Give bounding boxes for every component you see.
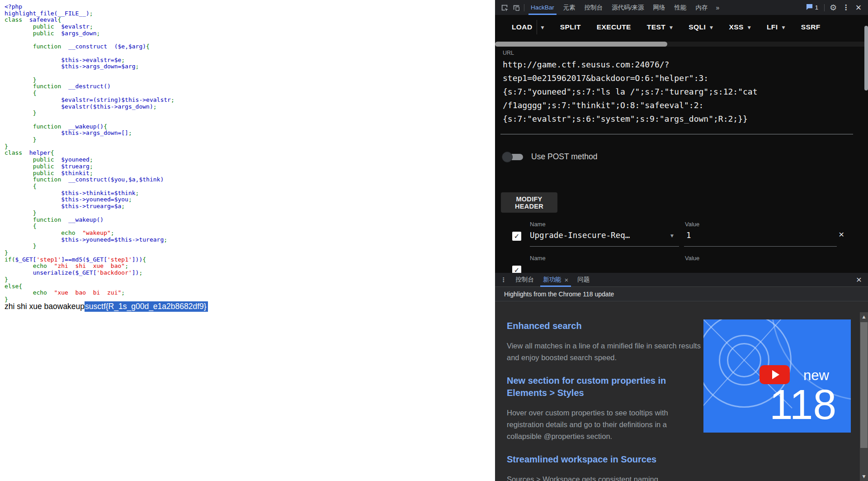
- code-line: $evalstr($this->args_down);: [5, 104, 175, 110]
- drawer-menu-icon[interactable]: ⋮: [495, 276, 511, 283]
- code-line: $this->truearg=$a;: [5, 203, 175, 210]
- code-line: public $youneed;: [5, 157, 175, 163]
- code-line: echo "zhi shi xue bao";: [5, 263, 175, 270]
- whats-new-content: Enhanced searchView all matches in a lin…: [495, 302, 860, 481]
- hackbar-vertical-scrollbar-thumb[interactable]: [864, 26, 868, 90]
- code-line: }: [5, 250, 175, 257]
- url-line: http://game.ctf.seusus.com:24076/?: [503, 58, 858, 71]
- devtools-tab-性能[interactable]: 性能: [670, 0, 691, 15]
- hackbar-menu-load-button[interactable]: LOAD▼: [512, 19, 544, 36]
- menu-label: SSRF: [801, 23, 821, 31]
- devtools-tab-源代码/来源[interactable]: 源代码/来源: [607, 0, 648, 15]
- tabbar-right-controls: 1 ⚙ ⋮ ×: [803, 2, 868, 14]
- drawer-close-icon[interactable]: ×: [856, 274, 868, 285]
- drawer-vertical-scrollbar[interactable]: ▲ ▼: [860, 312, 868, 481]
- code-line: }: [5, 110, 175, 117]
- hackbar-menu-lfi-button[interactable]: LFI▼: [767, 19, 785, 36]
- modify-header-button[interactable]: MODIFY HEADER: [501, 192, 557, 213]
- devtools-menu-icon[interactable]: ⋮: [840, 2, 852, 14]
- code-line: }: [5, 77, 175, 84]
- toggle-thumb: [502, 152, 513, 162]
- whats-new-header: Highlights from the Chrome 118 update: [495, 287, 868, 301]
- url-line: step1=0e215962017&backdoor=O:6:"helper":…: [503, 71, 858, 85]
- scrollbar-down-icon[interactable]: ▼: [860, 474, 868, 479]
- code-line: public $evalstr;: [5, 24, 175, 30]
- drawer-tab-控制台[interactable]: 控制台: [511, 273, 539, 287]
- whats-new-section-link[interactable]: New section for custom properties in Ele…: [507, 375, 703, 399]
- hackbar-menu-sqli-button[interactable]: SQLI▼: [689, 19, 713, 36]
- header-value-input[interactable]: 1: [686, 231, 691, 240]
- chevron-down-icon[interactable]: ▼: [782, 25, 785, 30]
- url-line: {s:7:"youneed";s:7:"ls la /";s:7:"turear…: [503, 85, 858, 99]
- code-line: $this->args_down=[];: [5, 130, 175, 137]
- drawer-scrollbar-thumb[interactable]: [860, 322, 868, 448]
- hackbar-menu-ssrf-button[interactable]: SSRF: [801, 19, 821, 36]
- devtools-close-icon[interactable]: ×: [853, 2, 864, 14]
- devtools-tab-内存[interactable]: 内存: [691, 0, 712, 15]
- check-icon: ✓: [514, 266, 520, 273]
- chevron-down-icon[interactable]: ▼: [748, 25, 751, 30]
- devtools-tab-HackBar[interactable]: HackBar: [526, 0, 559, 15]
- devtools-tab-控制台[interactable]: 控制台: [580, 0, 608, 15]
- chevron-down-icon[interactable]: ▼: [710, 25, 713, 30]
- drawer-tab-新功能[interactable]: 新功能×: [538, 273, 573, 287]
- hackbar-menu-execute-button[interactable]: EXECUTE: [597, 19, 631, 36]
- use-post-toggle-label: Use POST method: [531, 152, 598, 162]
- code-line: {: [5, 223, 175, 230]
- devtools-tab-网络[interactable]: 网络: [649, 0, 670, 15]
- chevron-down-icon[interactable]: ▼: [670, 25, 673, 30]
- code-line: $this->args_down=$arg;: [5, 63, 175, 70]
- challenge-page: <?phphighlight_file(__FILE__);class safe…: [0, 0, 495, 481]
- menu-label: LFI: [767, 23, 778, 31]
- whats-new-section-link[interactable]: Enhanced search: [507, 320, 703, 332]
- code-line: }: [5, 137, 175, 143]
- scrollbar-up-icon[interactable]: ▲: [860, 314, 868, 319]
- header-value-label: Value: [685, 221, 699, 228]
- url-input[interactable]: http://game.ctf.seusus.com:24076/?step1=…: [503, 58, 858, 126]
- header-name-input[interactable]: Upgrade-Insecure-Req…: [530, 231, 630, 240]
- whats-new-section-body: View all matches in a line of a minified…: [507, 340, 703, 363]
- page-output: zhi shi xue baowakeupsusctf{R_1s_g00d_e1…: [5, 302, 208, 311]
- whats-new-section-link[interactable]: Streamlined workspace in Sources: [507, 453, 703, 466]
- use-post-toggle[interactable]: [502, 152, 525, 162]
- url-field-label: URL: [503, 50, 514, 56]
- hackbar-horizontal-scrollbar-thumb[interactable]: [495, 42, 667, 47]
- code-line: {: [5, 183, 175, 190]
- hackbar-menu-xss-button[interactable]: XSS▼: [729, 19, 751, 36]
- hackbar-menu-test-button[interactable]: TEST▼: [647, 19, 673, 36]
- code-line: highlight_file(__FILE__);: [5, 10, 175, 17]
- hackbar-menu: LOAD▼SPLITEXECUTETEST▼SQLI▼XSS▼LFI▼SSRF: [512, 19, 821, 36]
- url-line: /f1agggg";s:7:"thinkit";O:8:"safeeval":2…: [503, 99, 858, 112]
- code-line: function __construct($you,$a,$think): [5, 176, 175, 183]
- menu-label: XSS: [729, 23, 743, 31]
- code-line: else{: [5, 283, 175, 290]
- more-tabs-button[interactable]: »: [712, 0, 723, 15]
- code-line: function __destruct(): [5, 83, 175, 90]
- header-row-delete-icon[interactable]: ×: [839, 229, 844, 240]
- menu-label: EXECUTE: [597, 23, 631, 31]
- header-row-checkbox[interactable]: ✓: [512, 232, 521, 241]
- code-line: $this->youneed=$you;: [5, 196, 175, 203]
- whats-new-sections: Enhanced searchView all matches in a lin…: [507, 320, 703, 481]
- header-row-checkbox[interactable]: ✓: [512, 266, 521, 273]
- devtools-tab-元素[interactable]: 元素: [559, 0, 580, 15]
- tabbar-separator: [824, 4, 825, 11]
- inspect-element-icon[interactable]: [499, 2, 510, 14]
- release-video-thumbnail[interactable]: new 118: [703, 319, 851, 433]
- header-name-dropdown-icon[interactable]: ▼: [670, 233, 674, 238]
- code-line: class helper{: [5, 150, 175, 157]
- code-line: if($_GET['step1']==md5($_GET['step1'])){: [5, 257, 175, 263]
- code-line: }: [5, 276, 175, 283]
- code-line: [5, 50, 175, 57]
- drawer-tab-问题[interactable]: 问题: [573, 273, 594, 287]
- devtools-drawer: ⋮ 控制台新功能×问题 × Highlights from the Chrome…: [495, 273, 868, 481]
- console-message-badge[interactable]: 1: [803, 4, 821, 12]
- code-line: [5, 37, 175, 44]
- hackbar-menu-split-button[interactable]: SPLIT: [560, 19, 581, 36]
- tab-close-icon[interactable]: ×: [565, 276, 569, 284]
- settings-gear-icon[interactable]: ⚙: [827, 2, 839, 14]
- device-toolbar-icon[interactable]: [510, 2, 522, 14]
- menu-label: LOAD: [512, 23, 533, 31]
- hackbar-horizontal-scrollbar[interactable]: [495, 42, 868, 47]
- chevron-down-icon[interactable]: ▼: [541, 25, 544, 30]
